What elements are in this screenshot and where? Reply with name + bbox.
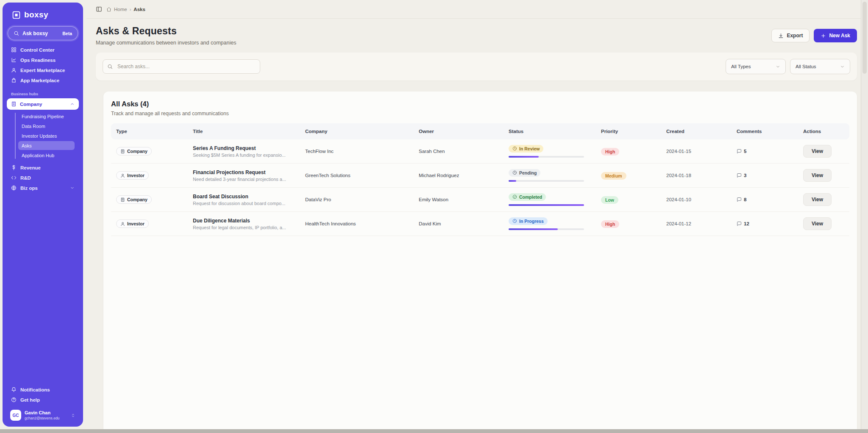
comments-count: 3 — [737, 173, 803, 178]
sidebar-subitem-label: Investor Updates — [22, 133, 57, 139]
comments-count: 5 — [737, 149, 803, 154]
list-title: All Asks (4) — [111, 100, 849, 108]
globe-icon — [11, 185, 17, 191]
column-header-comments: Comments — [737, 129, 803, 134]
sidebar-item-revenue[interactable]: Revenue — [7, 163, 79, 172]
ask-description: Need detailed 3-year financial projectio… — [193, 177, 299, 182]
sidebar-item-r-d[interactable]: R&D — [7, 173, 79, 183]
sidebar-subitem-label: Data Room — [22, 124, 45, 129]
created-date: 2024-01-15 — [666, 149, 737, 154]
download-icon — [778, 33, 784, 39]
export-label: Export — [787, 33, 803, 39]
building-icon — [11, 101, 17, 107]
search-icon — [14, 31, 19, 36]
view-button[interactable]: View — [803, 145, 832, 158]
sidebar-item-app-marketplace[interactable]: App Marketplace — [7, 75, 79, 85]
export-button[interactable]: Export — [771, 29, 810, 42]
column-header-actions: Actions — [803, 129, 849, 134]
topbar: Home › Asks — [86, 0, 868, 19]
code-icon — [11, 175, 17, 180]
sidebar-subitem-fundraising-pipeline[interactable]: Fundraising Pipeline — [18, 112, 75, 121]
sidebar-nav-bottom: Revenue R&D Biz ops — [7, 163, 79, 193]
status-filter-select[interactable]: All Status — [790, 59, 850, 74]
person-icon — [120, 222, 125, 226]
dollar-icon — [11, 165, 17, 170]
user-name: Gavin Chan — [25, 410, 59, 416]
chevron-down-icon — [840, 64, 845, 69]
progress-fill — [509, 180, 516, 182]
type-badge: Company — [116, 195, 152, 204]
progress-fill — [509, 204, 584, 206]
status-filter-value: All Status — [796, 64, 816, 69]
view-button[interactable]: View — [803, 193, 832, 206]
sidebar-item-ops-readiness[interactable]: Ops Readiness — [7, 55, 79, 65]
view-button[interactable]: View — [803, 217, 832, 230]
sidebar: boxsy Ask boxsy Beta Control Center Ops … — [3, 3, 83, 427]
sidebar-subitem-label: Fundraising Pipeline — [22, 114, 64, 119]
sidebar-item-company[interactable]: Company — [7, 98, 79, 110]
table-header: TypeTitleCompanyOwnerStatusPriorityCreat… — [111, 123, 849, 139]
ask-boxsy-button[interactable]: Ask boxsy Beta — [8, 26, 78, 40]
sidebar-item-biz-ops[interactable]: Biz ops — [7, 183, 79, 193]
page-header: Asks & Requests Manage communications be… — [86, 19, 868, 51]
user-menu[interactable]: GC Gavin Chan gchan2@stevens.edu — [7, 407, 79, 422]
breadcrumb-home[interactable]: Home — [114, 7, 127, 12]
person-icon — [120, 173, 125, 178]
sidebar-subitem-asks[interactable]: Asks — [18, 141, 75, 150]
sidebar-item-get-help[interactable]: Get help — [7, 395, 79, 405]
type-badge: Investor — [116, 171, 149, 180]
sidebar-item-label: Revenue — [20, 165, 41, 170]
company-name: TechFlow Inc — [305, 149, 419, 154]
sidebar-subitem-label: Asks — [22, 143, 32, 148]
type-filter-select[interactable]: All Types — [726, 59, 786, 74]
sidebar-item-label: Biz ops — [20, 186, 38, 191]
sidebar-item-label: Notifications — [20, 387, 50, 392]
sidebar-item-label: R&D — [20, 175, 31, 180]
bell-icon — [11, 387, 17, 392]
company-name: GreenTech Solutions — [305, 173, 419, 178]
ask-title: Board Seat Discussion — [193, 194, 305, 200]
building-icon — [120, 197, 125, 202]
brand-name: boxsy — [24, 10, 48, 19]
breadcrumb-current: Asks — [134, 7, 145, 12]
sidebar-subitem-application-hub[interactable]: Application Hub — [18, 151, 75, 160]
type-badge: Company — [116, 147, 152, 155]
vertical-scrollbar[interactable] — [861, 0, 868, 429]
column-header-priority: Priority — [601, 129, 666, 134]
user-email: gchan2@stevens.edu — [25, 416, 59, 421]
ask-title: Series A Funding Request — [193, 145, 305, 151]
table-row: Company Board Seat Discussion Request fo… — [111, 188, 849, 212]
grid-icon — [11, 47, 17, 53]
type-filter-value: All Types — [731, 64, 751, 69]
scrollbar-thumb[interactable] — [862, 2, 867, 74]
page-subtitle: Manage communications between investors … — [96, 40, 236, 46]
brand-logo: boxsy — [7, 8, 79, 20]
owner-name: Sarah Chen — [419, 149, 509, 154]
owner-name: Emily Watson — [419, 197, 509, 202]
sidebar-item-notifications[interactable]: Notifications — [7, 385, 79, 394]
created-date: 2024-01-18 — [666, 173, 737, 178]
filter-panel: All Types All Status — [96, 53, 857, 80]
column-header-title: Title — [193, 129, 305, 134]
sidebar-subitem-data-room[interactable]: Data Room — [18, 122, 75, 130]
company-name: DataViz Pro — [305, 197, 419, 202]
sidebar-item-label: Get help — [20, 397, 40, 402]
progress-fill — [509, 156, 539, 158]
new-ask-button[interactable]: New Ask — [814, 29, 857, 42]
sidebar-nav-top: Control Center Ops Readiness Expert Mark… — [7, 45, 79, 85]
search-input[interactable] — [103, 59, 260, 74]
status-badge: In Review — [509, 145, 543, 153]
ask-description: Request for discussion about board compo… — [193, 201, 299, 206]
sidebar-toggle-icon[interactable] — [96, 6, 102, 12]
priority-badge: Medium — [601, 172, 626, 180]
sidebar-item-label: Company — [20, 102, 42, 107]
home-icon — [106, 7, 111, 12]
check-circle-icon — [512, 194, 517, 199]
view-button[interactable]: View — [803, 169, 832, 182]
breadcrumb: Home › Asks — [106, 7, 145, 12]
sidebar-item-control-center[interactable]: Control Center — [7, 45, 79, 55]
sidebar-subitem-investor-updates[interactable]: Investor Updates — [18, 131, 75, 140]
chart-icon — [11, 57, 17, 63]
comments-count: 8 — [737, 197, 803, 202]
sidebar-item-expert-marketplace[interactable]: Expert Marketplace — [7, 65, 79, 75]
